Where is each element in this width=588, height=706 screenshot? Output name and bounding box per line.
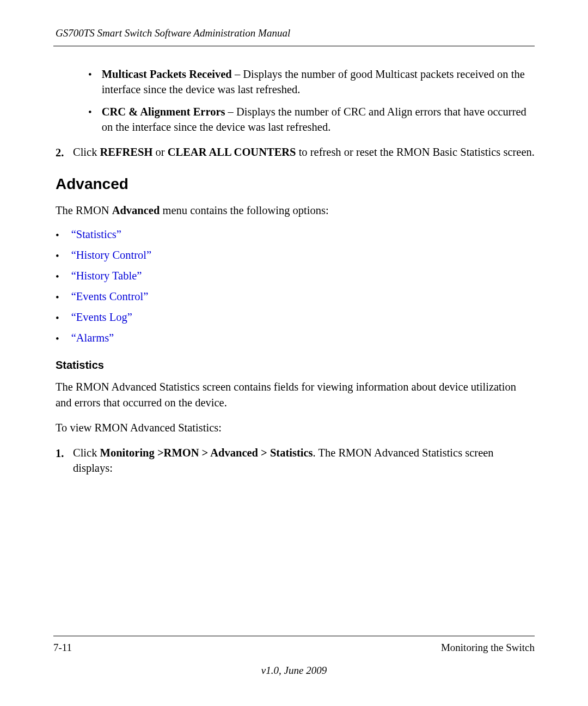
link-item: • “Events Log” (56, 311, 535, 324)
version-footer: v1.0, June 2009 (0, 665, 588, 677)
link-statistics[interactable]: “Statistics” (71, 228, 121, 241)
step-number: 1. (56, 446, 68, 476)
bullet-sep: – (225, 106, 236, 118)
step-pre: Click (73, 447, 100, 459)
intro-bold: Advanced (112, 204, 160, 216)
bullet-marker-icon: • (56, 229, 59, 241)
advanced-heading: Advanced (56, 175, 535, 193)
advanced-intro: The RMON Advanced menu contains the foll… (56, 203, 535, 218)
bullet-item: • Multicast Packets Received – Displays … (88, 67, 535, 97)
page-content: • Multicast Packets Received – Displays … (53, 67, 535, 476)
step-pre: Click (73, 146, 100, 158)
statistics-heading: Statistics (56, 359, 535, 372)
step-post: to refresh or reset the RMON Basic Stati… (296, 146, 535, 158)
bullet-text: Multicast Packets Received – Displays th… (102, 67, 535, 97)
footer-rule (53, 636, 535, 636)
bullet-marker-icon: • (88, 105, 92, 135)
header-rule (53, 46, 535, 46)
page-number: 7-11 (53, 642, 72, 654)
numbered-step-2: 2. Click REFRESH or CLEAR ALL COUNTERS t… (56, 145, 535, 161)
intro-pre: The RMON (56, 204, 112, 216)
step-mid: or (152, 146, 167, 158)
step-number: 2. (56, 145, 68, 161)
link-item: • “Alarms” (56, 332, 535, 345)
top-bullet-list: • Multicast Packets Received – Displays … (88, 67, 535, 135)
link-history-control[interactable]: “History Control” (71, 249, 151, 262)
step-bold-1: REFRESH (100, 146, 153, 158)
link-item: • “Statistics” (56, 228, 535, 241)
step-bold-2: CLEAR ALL COUNTERS (168, 146, 296, 158)
step-text: Click Monitoring >RMON > Advanced > Stat… (73, 446, 535, 476)
bullet-label: CRC & Alignment Errors (102, 106, 225, 118)
bullet-marker-icon: • (56, 291, 59, 303)
bullet-label: Multicast Packets Received (102, 68, 232, 80)
bullet-marker-icon: • (88, 68, 92, 97)
advanced-link-list: • “Statistics” • “History Control” • “Hi… (56, 228, 535, 345)
bullet-marker-icon: • (56, 312, 59, 324)
page-header-title: GS700TS Smart Switch Software Administra… (53, 27, 535, 39)
bullet-marker-icon: • (56, 333, 59, 345)
link-item: • “Events Control” (56, 290, 535, 303)
link-item: • “History Control” (56, 249, 535, 262)
intro-post: menu contains the following options: (160, 204, 328, 216)
bullet-sep: – (232, 68, 243, 80)
page-footer: 7-11 Monitoring the Switch (53, 636, 535, 654)
bullet-marker-icon: • (56, 250, 59, 262)
step-bold: Monitoring >RMON > Advanced > Statistics (100, 447, 313, 459)
bullet-text: CRC & Alignment Errors – Displays the nu… (102, 105, 535, 135)
link-events-control[interactable]: “Events Control” (71, 290, 149, 303)
bullet-marker-icon: • (56, 271, 59, 283)
step-text: Click REFRESH or CLEAR ALL COUNTERS to r… (73, 145, 535, 161)
numbered-step-1: 1. Click Monitoring >RMON > Advanced > S… (56, 446, 535, 476)
link-history-table[interactable]: “History Table” (71, 270, 142, 283)
link-events-log[interactable]: “Events Log” (71, 311, 132, 324)
statistics-para-1: The RMON Advanced Statistics screen cont… (56, 379, 535, 410)
bullet-item: • CRC & Alignment Errors – Displays the … (88, 105, 535, 135)
statistics-para-2: To view RMON Advanced Statistics: (56, 420, 535, 436)
footer-section: Monitoring the Switch (441, 642, 535, 654)
link-item: • “History Table” (56, 270, 535, 283)
link-alarms[interactable]: “Alarms” (71, 332, 114, 345)
